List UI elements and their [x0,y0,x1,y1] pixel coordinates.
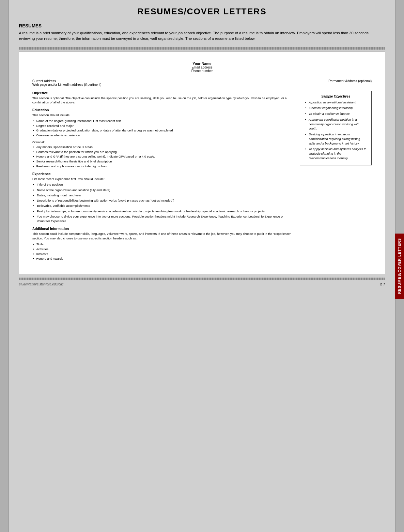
page-title: RESUMES/COVER LETTERS [19,7,385,17]
optional-label: Optional: [32,140,295,144]
resume-document: Your Name Email address Phone number Cur… [19,52,385,275]
experience-section: Experience List most recent experience f… [32,172,295,224]
top-pattern [19,47,385,50]
objective-title: Objective [32,91,295,95]
sidebar-title: Sample Objectives [304,95,367,98]
sidebar-item-3: To obtain a position in finance. [304,112,367,116]
doc-permanent-address: Permanent Address (optional) [202,79,372,86]
sample-objectives-box: Sample Objectives A position as an edito… [300,91,372,165]
education-optional-bullets: Any minors, specialization or focus area… [32,145,295,169]
add-bullet-3: Interests [32,252,295,256]
doc-main-col: Objective This section is optional. The … [32,91,295,265]
edu-opt-bullet-1: Any minors, specialization or focus area… [32,145,295,149]
education-section: Education This section should include: N… [32,108,295,169]
experience-intro: List most recent experience first. You s… [32,177,295,181]
add-bullet-4: Honors and Awards [32,256,295,261]
edu-bullet-1: Name of the degree-granting institutions… [32,119,295,123]
doc-header: Your Name Email address Phone number [32,62,372,73]
edu-bullet-4: Overseas academic experience [32,133,295,138]
education-bullets: Name of the degree-granting institutions… [32,119,295,138]
resumes-section: RESUMES A resume is a brief summary of y… [19,23,385,42]
sidebar-item-6: To apply decision and systems analysis t… [304,147,367,160]
edu-opt-bullet-5: Freshmen and sophomores can include high… [32,164,295,169]
exp-bullet-3: Dates, including month and year [32,193,295,198]
objective-section: Objective This section is optional. The … [32,91,295,105]
sidebar-item-1: A position as an editorial assistant. [304,100,367,105]
right-border: RESUMES/COVER LETTERS [395,0,404,532]
experience-bullets: Title of the position Name of the organi… [32,182,295,223]
exp-bullet-2: Name of the organization and location (c… [32,188,295,192]
add-bullet-2: Activities [32,247,295,251]
additional-bullets: Skills Activities Interests Honors and A… [32,242,295,261]
sidebar-item-2: Electrical engineering internship. [304,106,367,110]
add-bullet-1: Skills [32,242,295,247]
additional-title: Additional Information [32,227,295,231]
doc-email: Email address [32,66,372,69]
footer-url: studentaffairs.stanford.edu/cdc [19,282,64,286]
intro-paragraph: A resume is a brief summary of your qual… [19,30,385,42]
main-content: RESUMES/COVER LETTERS RESUMES A resume i… [9,0,395,532]
edu-opt-bullet-3: Honors and GPA (if they are a strong sel… [32,154,295,159]
doc-your-name: Your Name [32,62,372,66]
additional-section: Additional Information This section coul… [32,227,295,261]
experience-title: Experience [32,172,295,176]
edu-opt-bullet-4: Senior research/honors thesis title and … [32,159,295,164]
edu-bullet-3: Graduation date or projected graduation … [32,128,295,133]
right-tab: RESUMES/COVER LETTERS [395,234,404,299]
doc-phone: Phone number [32,69,372,73]
sidebar-item-4: A program coordinator position in a comm… [304,117,367,131]
doc-content-area: Objective This section is optional. The … [32,91,372,265]
education-title: Education [32,108,295,112]
right-tab-text: RESUMES/COVER LETTERS [397,238,401,294]
edu-bullet-2: Degree received and major [32,124,295,128]
doc-address-row: Current Address Web page and/or LinkedIn… [32,79,372,86]
edu-opt-bullet-2: Courses relevant to the position for whi… [32,150,295,154]
sidebar-item-5: Seeking a position in museum administrat… [304,132,367,145]
bottom-pattern [19,278,385,280]
doc-current-address: Current Address [32,79,202,83]
doc-address-left: Current Address Web page and/or LinkedIn… [32,79,202,86]
left-border [0,0,9,532]
exp-bullet-1: Title of the position [32,182,295,187]
doc-web-address: Web page and/or LinkedIn address (if per… [32,83,202,86]
sidebar-objectives-list: A position as an editorial assistant. El… [304,100,367,160]
exp-bullet-4: Descriptions of responsibilities beginni… [32,198,295,203]
exp-bullet-7: You may choose to divide your experience… [32,214,295,224]
objective-body: This section is optional. The objective … [32,96,295,105]
additional-body: This section could include computer skil… [32,232,295,241]
exp-bullet-6: Paid jobs, internships, volunteer commun… [32,209,295,214]
footer: studentaffairs.stanford.edu/cdc 2 7 [19,280,385,286]
footer-page: 2 7 [380,282,385,286]
resumes-heading: RESUMES [19,23,385,28]
exp-bullet-5: Believable, verifiable accomplishments [32,204,295,208]
education-intro: This section should include: [32,113,295,117]
